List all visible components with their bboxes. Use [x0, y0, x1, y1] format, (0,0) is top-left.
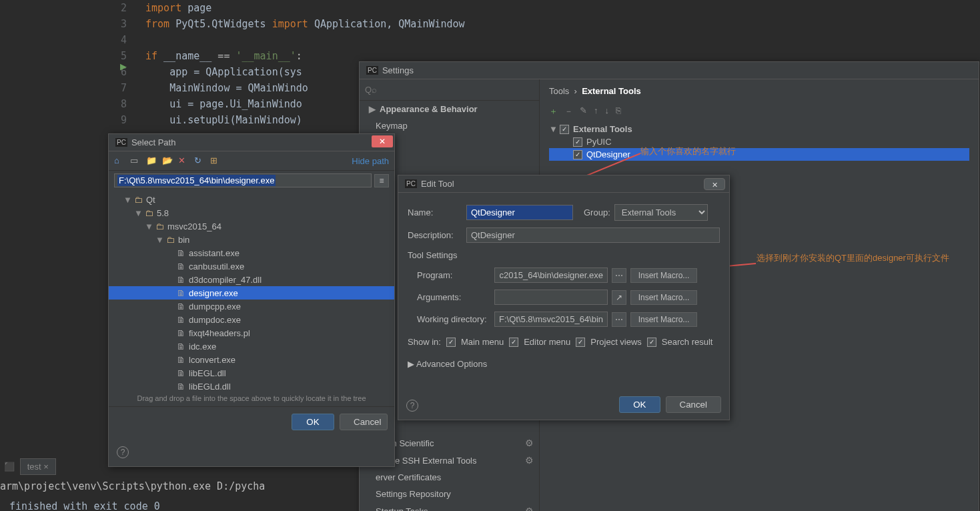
group-select[interactable]: External Tools	[614, 204, 708, 221]
up-button[interactable]: ↑	[594, 105, 598, 117]
tool-qtdesigner[interactable]: ✓ QtDesigner	[549, 148, 969, 161]
file-icon: 🗎	[175, 341, 186, 352]
show-in-row: Show in: ✓Main menu ✓Editor menu ✓Projec…	[398, 330, 729, 354]
file-item[interactable]: 🗎idc.exe	[109, 340, 394, 353]
nav-appearance[interactable]: ▶Appearance & Behavior	[360, 101, 539, 117]
gear-icon: ⚙	[525, 506, 534, 511]
file-item[interactable]: 🗎dumpdoc.exe	[109, 313, 394, 326]
ok-button[interactable]: OK	[619, 396, 660, 413]
expand-args-button[interactable]: ↗	[612, 290, 626, 305]
down-button[interactable]: ↓	[605, 105, 610, 117]
file-icon: 🗎	[175, 314, 186, 325]
checkbox-icon[interactable]: ✓	[573, 137, 582, 147]
checkbox-icon[interactable]: ✓	[560, 125, 569, 134]
edit-tool-dialog: PC Edit Tool ✕ Name: Group: External Too…	[398, 175, 730, 420]
tool-pyuic[interactable]: ✓ PyUIC	[549, 135, 969, 148]
settings-title-bar: PC Settings	[360, 62, 979, 79]
edit-tool-button[interactable]: ✎	[580, 105, 587, 117]
close-icon[interactable]: ✕	[704, 178, 725, 190]
close-icon[interactable]: ✕	[372, 135, 393, 147]
drop-hint: Drag and drop a file into the space abov…	[109, 390, 394, 407]
browse-wd-button[interactable]: ⋯	[612, 312, 626, 327]
edit-tool-title-bar: PC Edit Tool ✕	[398, 175, 729, 193]
new-folder-icon[interactable]: 📂	[162, 155, 173, 166]
advanced-options[interactable]: ▶ Advanced Options	[398, 354, 729, 374]
terminal-output-1: arm\project\venv\Scripts\python.exe D:/p…	[0, 480, 265, 492]
run-gutter-icon[interactable]: ▶	[120, 61, 127, 71]
show-hidden-icon[interactable]: ⊞	[210, 155, 221, 166]
description-input[interactable]	[466, 227, 720, 243]
home-icon[interactable]: ⌂	[114, 155, 125, 166]
program-label: Program:	[417, 270, 490, 280]
checkbox-icon[interactable]: ✓	[647, 338, 656, 347]
remove-tool-button[interactable]: －	[564, 105, 573, 117]
checkbox-icon[interactable]: ✓	[573, 150, 582, 159]
terminal-output-2: finished with exit code 0	[9, 500, 160, 511]
tools-toolbar: ＋ － ✎ ↑ ↓ ⎘	[540, 103, 979, 120]
macro-button-2[interactable]: Insert Macro...	[630, 290, 697, 305]
checkbox-icon[interactable]: ✓	[446, 338, 456, 347]
program-input[interactable]	[494, 268, 608, 283]
file-item[interactable]: 🗎designer.exe	[109, 286, 394, 300]
file-icon: 🗎	[175, 247, 186, 258]
file-item[interactable]: 🗎d3dcompiler_47.dll	[109, 273, 394, 286]
working-dir-input[interactable]	[494, 312, 608, 327]
file-icon: 🗎	[175, 274, 186, 285]
select-path-title-bar: PC Select Path ✕	[109, 134, 394, 151]
macro-button-1[interactable]: Insert Macro...	[630, 268, 697, 283]
settings-search[interactable]	[360, 79, 539, 101]
folder-item[interactable]: ▼🗀msvc2015_64	[109, 219, 394, 233]
tool-settings-section: Tool Settings	[398, 246, 729, 264]
ok-button[interactable]: OK	[292, 414, 334, 430]
folder-item[interactable]: ▼🗀bin	[109, 233, 394, 246]
external-tools-group[interactable]: ▼ ✓ External Tools	[549, 123, 969, 135]
select-path-dialog: PC Select Path ✕ ⌂ ▭ 📁 📂 ✕ ↻ ⊞ Hide path…	[108, 133, 395, 467]
path-input-wrap[interactable]: F:\Qt\5.8\msvc2015_64\bin\designer.exe ≡	[114, 173, 389, 187]
nav-startup-tasks[interactable]: Startup Tasks⚙	[360, 502, 539, 511]
add-tool-button[interactable]: ＋	[549, 105, 558, 117]
cancel-button[interactable]: Cancel	[666, 396, 722, 413]
gear-icon: ⚙	[525, 438, 534, 448]
file-item[interactable]: 🗎fixqt4headers.pl	[109, 326, 394, 340]
help-icon[interactable]: ?	[406, 400, 418, 412]
copy-tool-button[interactable]: ⎘	[616, 105, 621, 117]
file-icon: 🗎	[175, 288, 186, 298]
tab-test[interactable]: test ×	[20, 458, 56, 475]
macro-button-3[interactable]: Insert Macro...	[630, 312, 697, 327]
hide-path-link[interactable]: Hide path	[352, 156, 389, 166]
file-item[interactable]: 🗎lconvert.exe	[109, 353, 394, 366]
refresh-icon[interactable]: ↻	[194, 155, 205, 166]
project-icon[interactable]: 📁	[146, 155, 157, 166]
desktop-icon[interactable]: ▭	[130, 155, 141, 166]
arguments-label: Arguments:	[417, 292, 490, 302]
cancel-button[interactable]: Cancel	[340, 414, 388, 430]
file-item[interactable]: 🗎assistant.exe	[109, 246, 394, 260]
checkbox-icon[interactable]: ✓	[576, 338, 585, 347]
nav-keymap[interactable]: Keymap	[360, 117, 539, 134]
group-label: Group:	[584, 207, 610, 217]
history-icon[interactable]: ≡	[374, 174, 389, 187]
nav-server-certs[interactable]: erver Certificates	[360, 469, 539, 486]
file-item[interactable]: 🗎libEGLd.dll	[109, 380, 394, 390]
folder-icon: 🗀	[154, 221, 165, 231]
path-toolbar: ⌂ ▭ 📁 📂 ✕ ↻ ⊞ Hide path	[109, 151, 394, 171]
folder-item[interactable]: ▼🗀5.8	[109, 206, 394, 219]
delete-icon[interactable]: ✕	[178, 155, 189, 166]
name-input[interactable]	[466, 205, 573, 220]
browse-program-button[interactable]: ⋯	[612, 268, 626, 283]
nav-settings-repo[interactable]: Settings Repository	[360, 486, 539, 502]
checkbox-icon[interactable]: ✓	[509, 338, 518, 347]
folder-icon: 🗀	[165, 234, 175, 245]
file-tree: ▼🗀Qt▼🗀5.8▼🗀msvc2015_64▼🗀bin🗎assistant.ex…	[109, 190, 394, 390]
name-label: Name:	[408, 207, 462, 217]
description-label: Description:	[408, 230, 462, 240]
file-item[interactable]: 🗎dumpcpp.exe	[109, 300, 394, 313]
file-icon: 🗎	[175, 368, 186, 378]
file-item[interactable]: 🗎libEGL.dll	[109, 366, 394, 380]
gear-icon: ⚙	[525, 455, 534, 466]
file-item[interactable]: 🗎canbusutil.exe	[109, 260, 394, 273]
folder-icon: 🗀	[133, 194, 143, 205]
folder-item[interactable]: ▼🗀Qt	[109, 193, 394, 206]
help-icon[interactable]: ?	[117, 446, 129, 458]
arguments-input[interactable]	[494, 290, 608, 305]
